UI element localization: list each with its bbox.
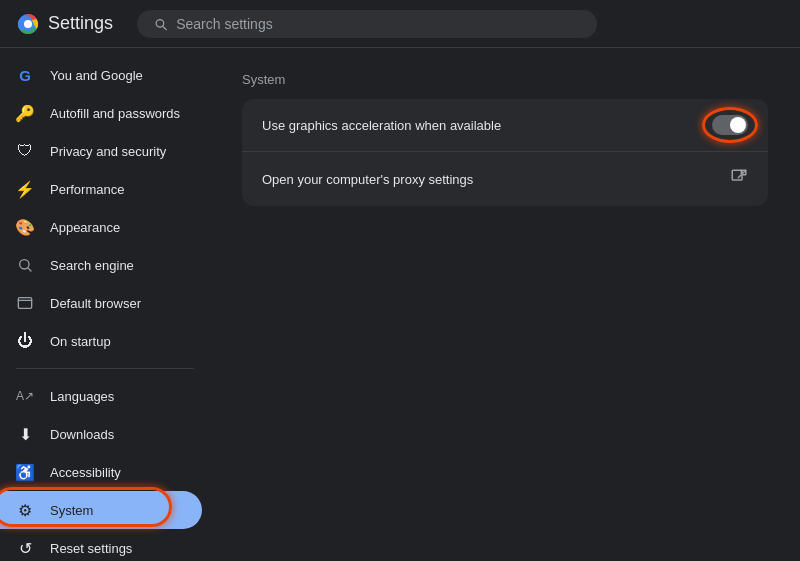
shield-icon: 🛡 [16, 142, 34, 160]
graphics-acceleration-row: Use graphics acceleration when available [242, 99, 768, 152]
svg-point-2 [20, 260, 29, 269]
sidebar-item-accessibility[interactable]: ♿ Accessibility [0, 453, 202, 491]
sidebar-item-you-and-google[interactable]: G You and Google [0, 56, 202, 94]
sidebar-item-default-browser[interactable]: Default browser [0, 284, 202, 322]
graphics-acceleration-label: Use graphics acceleration when available [262, 118, 501, 133]
reset-icon: ↺ [16, 539, 34, 557]
header: Settings [0, 0, 800, 48]
graphics-toggle-wrapper [712, 115, 748, 135]
sidebar-item-label: On startup [50, 334, 111, 349]
proxy-settings-row[interactable]: Open your computer's proxy settings [242, 152, 768, 206]
sidebar-item-privacy[interactable]: 🛡 Privacy and security [0, 132, 202, 170]
app-title: Settings [48, 13, 113, 34]
main-layout: G You and Google 🔑 Autofill and password… [0, 48, 800, 561]
graphics-acceleration-toggle[interactable] [712, 115, 748, 135]
sidebar-item-label: Default browser [50, 296, 141, 311]
sidebar: G You and Google 🔑 Autofill and password… [0, 48, 210, 561]
sidebar-item-label: System [50, 503, 93, 518]
sidebar-item-system[interactable]: ⚙ System [0, 491, 202, 529]
svg-rect-4 [18, 298, 31, 309]
sidebar-item-label: Downloads [50, 427, 114, 442]
performance-icon: ⚡ [16, 180, 34, 198]
google-icon: G [16, 66, 34, 84]
languages-icon: A↗ [16, 387, 34, 405]
sidebar-item-label: Performance [50, 182, 124, 197]
sidebar-item-downloads[interactable]: ⬇ Downloads [0, 415, 202, 453]
svg-point-1 [24, 20, 32, 28]
chrome-logo-icon [16, 12, 40, 36]
sidebar-item-on-startup[interactable]: ⏻ On startup [0, 322, 202, 360]
proxy-settings-label: Open your computer's proxy settings [262, 172, 473, 187]
sidebar-item-label: Accessibility [50, 465, 121, 480]
system-icon: ⚙ [16, 501, 34, 519]
sidebar-separator-1 [16, 368, 194, 369]
section-title: System [242, 72, 768, 87]
sidebar-item-appearance[interactable]: 🎨 Appearance [0, 208, 202, 246]
search-icon [153, 16, 168, 32]
appearance-icon: 🎨 [16, 218, 34, 236]
search-input[interactable] [176, 16, 581, 32]
sidebar-item-search-engine[interactable]: Search engine [0, 246, 202, 284]
system-settings-card: Use graphics acceleration when available… [242, 99, 768, 206]
accessibility-icon: ♿ [16, 463, 34, 481]
key-icon: 🔑 [16, 104, 34, 122]
sidebar-item-label: Privacy and security [50, 144, 166, 159]
sidebar-item-label: Languages [50, 389, 114, 404]
sidebar-item-label: Appearance [50, 220, 120, 235]
sidebar-item-label: You and Google [50, 68, 143, 83]
sidebar-item-label: Search engine [50, 258, 134, 273]
sidebar-item-reset-settings[interactable]: ↺ Reset settings [0, 529, 202, 561]
toggle-track [712, 115, 748, 135]
toggle-thumb [730, 117, 746, 133]
search-engine-icon [16, 256, 34, 274]
settings-content: System Use graphics acceleration when av… [210, 48, 800, 561]
sidebar-item-label: Reset settings [50, 541, 132, 556]
sidebar-item-label: Autofill and passwords [50, 106, 180, 121]
sidebar-item-autofill[interactable]: 🔑 Autofill and passwords [0, 94, 202, 132]
downloads-icon: ⬇ [16, 425, 34, 443]
search-bar[interactable] [137, 10, 597, 38]
sidebar-item-performance[interactable]: ⚡ Performance [0, 170, 202, 208]
app-logo: Settings [16, 12, 113, 36]
browser-icon [16, 294, 34, 312]
sidebar-item-languages[interactable]: A↗ Languages [0, 377, 202, 415]
svg-line-3 [28, 268, 31, 271]
external-link-icon [730, 168, 748, 190]
startup-icon: ⏻ [16, 332, 34, 350]
